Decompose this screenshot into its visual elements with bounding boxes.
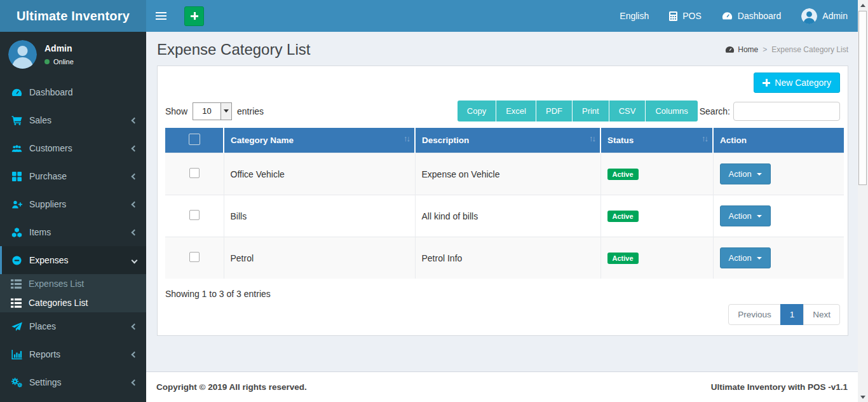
online-status-icon (44, 59, 50, 64)
row-checkbox[interactable] (189, 168, 200, 178)
cell-category-name: Petrol (224, 237, 415, 279)
new-category-button[interactable]: New Category (754, 73, 840, 93)
sidebar-toggle-button[interactable] (146, 0, 176, 32)
navbar-right: English POS Dashboard (609, 0, 858, 32)
sidebar-item-label: Items (29, 227, 51, 237)
gauge-icon (722, 11, 733, 20)
cell-description: Expense on Vehicle (415, 153, 600, 195)
print-button[interactable]: Print (573, 100, 609, 121)
sidebar-item-dashboard[interactable]: Dashboard (0, 78, 146, 106)
sidebar-item-label: Customers (29, 143, 72, 153)
gauge-icon (10, 88, 24, 97)
action-dropdown-button[interactable]: Action (720, 163, 771, 184)
content: Expense Category List Home > Expense Cat… (146, 32, 858, 371)
scroll-down-button[interactable] (858, 392, 868, 402)
page-scrollbar[interactable] (858, 0, 868, 402)
users-icon (10, 144, 24, 153)
expenses-submenu: Expenses List Categories List (0, 274, 146, 312)
table-row: Petrol Petrol Info Active Action (165, 237, 844, 279)
sidebar-item-label: Dashboard (29, 87, 73, 97)
table-controls: Show 10 entries Copy Excel PDF Print (165, 100, 840, 121)
column-header-description[interactable]: Description (415, 128, 600, 153)
category-list-card: New Category Show 10 entries Co (157, 66, 848, 336)
pagination-previous-button[interactable]: Previous (728, 304, 781, 325)
page-length-select[interactable]: 10 (193, 102, 232, 120)
sidebar-item-categories-list[interactable]: Categories List (0, 293, 146, 312)
submenu-item-label: Expenses List (29, 279, 84, 289)
sidebar-item-label: Sales (29, 115, 51, 125)
calculator-icon (669, 11, 677, 21)
sidebar-user-status: Online (53, 58, 74, 66)
sidebar-item-expenses[interactable]: Expenses (0, 246, 146, 274)
sidebar-item-places[interactable]: Places (0, 312, 146, 340)
sidebar-item-label: Purchase (29, 171, 67, 181)
breadcrumb-separator: > (763, 45, 767, 54)
chevron-left-icon (132, 229, 138, 235)
sidebar-item-label: Settings (29, 377, 62, 387)
table-info: Showing 1 to 3 of 3 entries (165, 289, 840, 299)
show-label: Show (165, 106, 187, 116)
categories-table: Category Name Description Status Action … (165, 128, 844, 279)
chevron-left-icon (132, 379, 138, 385)
select-dropdown-icon (220, 103, 231, 120)
export-button-group: Copy Excel PDF Print CSV Columns (458, 100, 698, 121)
row-checkbox[interactable] (189, 210, 200, 220)
sidebar-item-label: Places (29, 321, 56, 331)
sidebar-item-items[interactable]: Items (0, 218, 146, 246)
scroll-up-button[interactable] (858, 0, 868, 10)
row-checkbox[interactable] (189, 252, 200, 262)
pagination-next-button[interactable]: Next (803, 304, 840, 325)
gears-icon (10, 378, 24, 387)
scrollbar-thumb[interactable] (858, 11, 867, 185)
app-logo[interactable]: Ultimate Inventory (0, 0, 146, 32)
columns-button[interactable]: Columns (646, 100, 697, 121)
csv-button[interactable]: CSV (609, 100, 646, 121)
user-menu[interactable]: Admin (791, 0, 858, 32)
breadcrumb-home[interactable]: Home (725, 45, 758, 54)
grid-icon (10, 172, 24, 181)
pagination: Previous 1 Next (728, 304, 840, 325)
bar-chart-icon (10, 350, 24, 359)
chevron-left-icon (132, 173, 138, 179)
excel-button[interactable]: Excel (496, 100, 536, 121)
copy-button[interactable]: Copy (458, 100, 496, 121)
sidebar-item-settings[interactable]: Settings (0, 368, 146, 396)
action-dropdown-button[interactable]: Action (720, 205, 771, 226)
status-badge: Active (607, 253, 639, 264)
pos-link[interactable]: POS (659, 0, 712, 32)
chevron-left-icon (132, 201, 138, 207)
breadcrumb-current: Expense Category List (771, 45, 848, 54)
dashboard-link[interactable]: Dashboard (712, 0, 792, 32)
sidebar-user-panel: Admin Online (0, 32, 146, 78)
sidebar-item-expenses-list[interactable]: Expenses List (0, 274, 146, 293)
select-all-checkbox[interactable] (189, 134, 200, 145)
language-menu[interactable]: English (609, 0, 659, 32)
column-header-category-name[interactable]: Category Name (224, 128, 415, 153)
gauge-icon (725, 46, 735, 53)
sidebar-item-sales[interactable]: Sales (0, 106, 146, 134)
sidebar-item-partial[interactable] (0, 396, 146, 402)
sidebar-item-purchase[interactable]: Purchase (0, 162, 146, 190)
sidebar-item-customers[interactable]: Customers (0, 134, 146, 162)
chevron-left-icon (132, 145, 138, 151)
cell-category-name: Bills (224, 195, 415, 237)
cell-description: All kind of bills (415, 195, 600, 237)
table-row: Office Vehicle Expense on Vehicle Active… (165, 153, 844, 195)
status-badge: Active (607, 211, 639, 222)
app-title: Ultimate Inventory (17, 9, 130, 24)
column-header-status[interactable]: Status (600, 128, 713, 153)
search-input[interactable] (733, 102, 840, 121)
chevron-left-icon (132, 117, 138, 123)
entries-label: entries (237, 106, 264, 116)
sidebar-item-reports[interactable]: Reports (0, 340, 146, 368)
action-dropdown-button[interactable]: Action (720, 247, 771, 268)
avatar (8, 40, 37, 69)
quick-add-button[interactable] (184, 6, 204, 26)
pdf-button[interactable]: PDF (536, 100, 573, 121)
pagination-page-1-button[interactable]: 1 (780, 304, 804, 325)
column-header-action: Action (713, 128, 844, 153)
sidebar-item-suppliers[interactable]: Suppliers (0, 190, 146, 218)
page-title: Expense Category List (157, 41, 310, 59)
cubes-icon (10, 228, 24, 237)
footer-copyright: Copyright © 2019 All rights reserved. (156, 382, 307, 392)
